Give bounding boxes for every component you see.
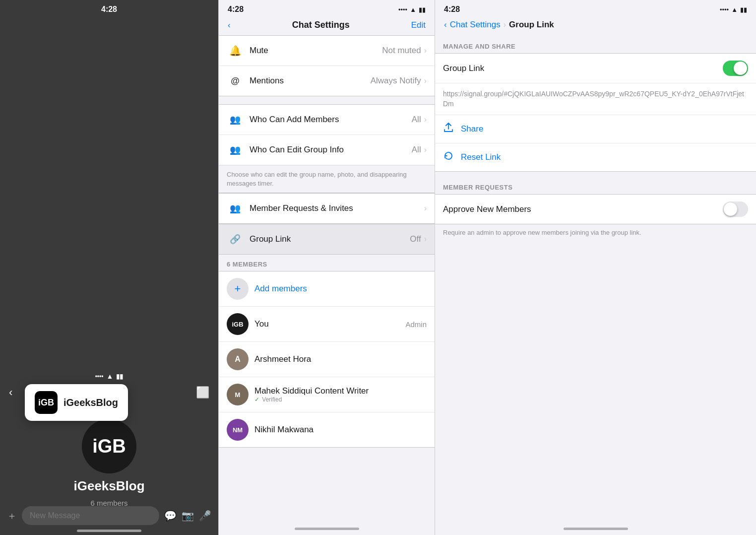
camera-icon[interactable]: 📷 (182, 510, 194, 522)
reset-link-row[interactable]: Reset Link (435, 143, 756, 171)
member-requests-content: Member Requests & Invites (250, 203, 424, 213)
time-3: 4:28 (444, 5, 460, 14)
mute-content: Mute (250, 46, 382, 56)
share-row[interactable]: Share (435, 115, 756, 143)
mute-section: 🔔 Mute Not muted › @ Mentions Always Not… (219, 35, 435, 96)
who-add-icon: 👥 (227, 111, 244, 128)
add-icon[interactable]: ＋ (7, 509, 17, 523)
mute-chevron-icon: › (424, 46, 427, 55)
group-link-section: 🔗 Group Link Off › (219, 224, 435, 255)
add-members-label: Add members (254, 284, 307, 294)
group-link-toggle[interactable] (723, 61, 748, 76)
home-indicator-3 (564, 528, 628, 530)
approve-label: Approve New Members (443, 204, 531, 214)
who-add-value: All (412, 115, 421, 125)
member-arshmeet-row[interactable]: A Arshmeet Hora (219, 342, 435, 377)
nav-separator-icon: › (504, 20, 506, 29)
who-add-content: Who Can Add Members (250, 115, 412, 125)
member-requests-row[interactable]: 👥 Member Requests & Invites › (219, 194, 435, 223)
message-input[interactable] (22, 506, 159, 525)
mahek-content: Mahek Siddiqui Content Writer ✓ Verified (254, 386, 427, 403)
who-add-row[interactable]: 👥 Who Can Add Members All › (219, 105, 435, 135)
group-link-toggle-label: Group Link (443, 64, 484, 73)
you-avatar: iGB (227, 313, 249, 335)
popup-logo: iGB (35, 391, 58, 414)
mahek-name: Mahek Siddiqui Content Writer (254, 386, 427, 396)
arshmeet-avatar: A (227, 348, 249, 370)
reset-icon (443, 150, 454, 164)
signal-dots-icon: •••• (95, 373, 104, 380)
link-content: MANAGE AND SHARE Group Link https://sign… (435, 35, 756, 523)
group-avatar: iGB (82, 419, 136, 473)
admin-badge: Admin (405, 320, 427, 329)
settings-list: 🔔 Mute Not muted › @ Mentions Always Not… (219, 35, 435, 523)
back-button-2[interactable]: ‹ (228, 20, 231, 30)
mute-value: Not muted (382, 46, 421, 56)
wifi-icon-3: ▲ (731, 6, 738, 13)
approve-toggle[interactable] (723, 201, 748, 217)
member-mahek-row[interactable]: M Mahek Siddiqui Content Writer ✓ Verifi… (219, 377, 435, 412)
members-header: 6 MEMBERS (219, 255, 435, 271)
status-bar-1: 4:28 •••• ▲ ▮▮ (0, 0, 218, 382)
group-avatar-inner: iGB (82, 419, 136, 473)
wifi-icon-2: ▲ (410, 6, 416, 13)
back-button-3[interactable]: ‹ (444, 20, 447, 30)
nikhil-avatar: NM (227, 419, 249, 441)
add-plus-icon: + (227, 278, 249, 300)
sticker-icon[interactable]: 💬 (164, 510, 177, 522)
settings-title: Chat Settings (292, 20, 350, 30)
mute-row[interactable]: 🔔 Mute Not muted › (219, 36, 435, 66)
chat-header: ‹ iGB iGeeksBlog ⬜ (0, 382, 218, 404)
breadcrumb-chat-settings[interactable]: Chat Settings (450, 20, 501, 30)
message-bar: ＋ 💬 📷 🎤 (0, 506, 218, 525)
mentions-content: Mentions (250, 76, 371, 86)
settings-nav: ‹ Chat Settings Edit (219, 16, 435, 35)
member-nikhil-row[interactable]: NM Nikhil Makwana (219, 412, 435, 447)
chat-panel: 4:28 •••• ▲ ▮▮ ‹ iGB iGeeksBlog ⬜ iGB iG… (0, 0, 218, 535)
arshmeet-name: Arshmeet Hora (254, 354, 311, 364)
group-link-toggle-row: Group Link (435, 54, 756, 83)
home-indicator-2 (295, 528, 359, 530)
mute-label: Mute (250, 46, 268, 55)
edit-button[interactable]: Edit (411, 20, 426, 30)
member-requests-icon: 👥 (227, 200, 244, 217)
edit-note: Choose who can edit the group name, phot… (219, 165, 435, 193)
settings-panel: 4:28 •••• ▲ ▮▮ ‹ Chat Settings Edit 🔔 Mu… (218, 0, 435, 535)
nikhil-name: Nikhil Makwana (254, 425, 314, 434)
add-members-row[interactable]: + Add members (219, 271, 435, 307)
time-2: 4:28 (228, 5, 244, 14)
time-1: 4:28 (101, 5, 117, 14)
edit-note-text: Choose who can edit the group name, phot… (227, 171, 407, 187)
status-icons-2: •••• ▲ ▮▮ (398, 6, 426, 13)
who-edit-label: Who Can Edit Group Info (250, 145, 344, 154)
battery-icon-3: ▮▮ (740, 6, 747, 13)
group-link-url: https://signal.group/#CjQKIGLaIAUIWoCZPv… (435, 83, 756, 115)
status-icons-1: •••• ▲ ▮▮ (95, 372, 124, 380)
mentions-row[interactable]: @ Mentions Always Notify › (219, 66, 435, 96)
who-edit-icon: 👥 (227, 141, 244, 158)
signal-dots-icon-3: •••• (720, 6, 729, 13)
member-requests-section-link: MEMBER REQUESTS Approve New Members Requ… (435, 176, 756, 243)
member-requests-chevron-icon: › (424, 204, 427, 213)
who-edit-value: All (412, 145, 421, 155)
who-edit-row[interactable]: 👥 Who Can Edit Group Info All › (219, 135, 435, 165)
member-requests-section: 👥 Member Requests & Invites › (219, 193, 435, 224)
mentions-value: Always Notify (371, 76, 421, 86)
wifi-icon: ▲ (106, 372, 113, 380)
permissions-section: 👥 Who Can Add Members All › 👥 Who Can Ed… (219, 104, 435, 193)
member-you-row[interactable]: iGB You Admin (219, 307, 435, 342)
chat-popup[interactable]: iGB iGeeksBlog (25, 384, 128, 421)
member-req-header: MEMBER REQUESTS (435, 176, 756, 194)
nikhil-content: Nikhil Makwana (254, 425, 427, 435)
group-link-row[interactable]: 🔗 Group Link Off › (219, 224, 435, 254)
battery-icon: ▮▮ (116, 373, 123, 380)
manage-header: MANAGE AND SHARE (435, 35, 756, 53)
mic-icon[interactable]: 🎤 (199, 510, 211, 522)
signal-dots-icon-2: •••• (398, 6, 407, 13)
video-icon[interactable]: ⬜ (196, 386, 209, 399)
link-nav: ‹ Chat Settings › Group Link (435, 16, 756, 35)
back-button-1[interactable]: ‹ (9, 386, 12, 399)
popup-name: iGeeksBlog (63, 397, 118, 408)
mahek-avatar: M (227, 384, 249, 405)
you-name: You (254, 319, 269, 329)
